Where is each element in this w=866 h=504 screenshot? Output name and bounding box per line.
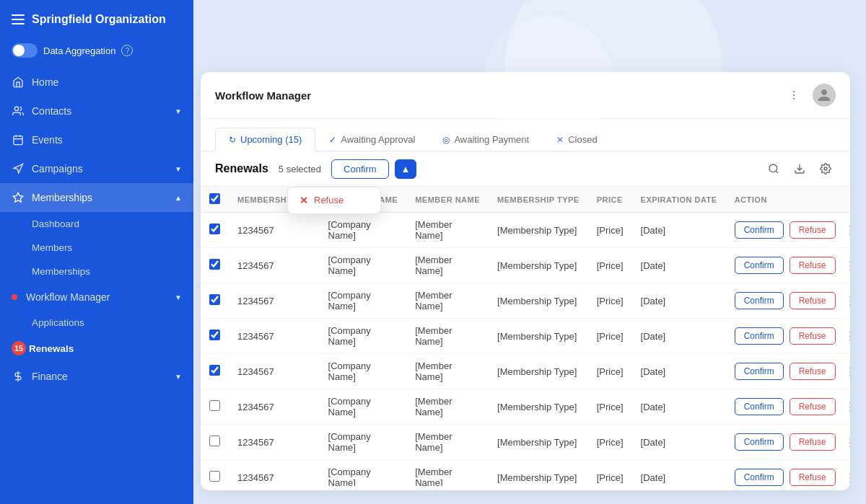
row-more-button[interactable]: ⋮ [841,257,850,274]
row-refuse-button[interactable]: Refuse [790,327,836,345]
payment-icon: ◎ [442,135,450,145]
svg-point-10 [769,164,777,172]
cell-action: Confirm Refuse ⋮ [726,460,850,487]
more-options-btn[interactable] [784,85,804,105]
cell-company: [Company Name] [320,213,407,248]
data-aggregation-toggle[interactable] [12,43,38,58]
cell-type: [Membership Type] [489,319,588,354]
cell-action: Confirm Refuse ⋮ [726,389,850,425]
campaigns-arrow: ▼ [175,165,182,173]
row-refuse-button[interactable]: Refuse [790,363,836,380]
row-refuse-button[interactable]: Refuse [790,257,836,274]
row-confirm-button[interactable]: Confirm [735,363,784,380]
tabs-bar: ↻ Upcoming (15) ✓ Awaiting Approval ◎ Aw… [201,119,850,151]
row-confirm-button[interactable]: Confirm [735,398,784,415]
tab-awaiting-approval[interactable]: ✓ Awaiting Approval [315,128,429,151]
hamburger-icon[interactable] [12,14,25,25]
row-checkbox-6[interactable] [209,436,220,446]
svg-point-7 [793,91,795,92]
sidebar-item-contacts[interactable]: Contacts ▼ [0,97,193,125]
row-more-button[interactable]: ⋮ [841,293,850,309]
cell-price: [Price] [588,425,632,460]
row-checkbox-0[interactable] [209,224,220,234]
row-more-button[interactable]: ⋮ [841,399,850,415]
row-checkbox-7[interactable] [209,471,220,482]
row-more-button[interactable]: ⋮ [841,434,850,451]
dashboard-label: Dashboard [32,218,79,229]
row-more-button[interactable]: ⋮ [841,328,850,345]
tab-closed[interactable]: ✕ Closed [543,128,611,151]
memberships-arrow: ▲ [175,194,182,202]
refuse-label: Refuse [314,195,344,205]
cell-membership-id: 1234567 [229,389,320,425]
approval-icon: ✓ [329,135,336,145]
settings-button[interactable] [815,159,836,179]
row-confirm-button[interactable]: Confirm [735,221,784,239]
cell-expiration: [Date] [632,354,726,389]
bulk-confirm-button[interactable]: Confirm [331,159,389,179]
row-confirm-button[interactable]: Confirm [735,327,784,345]
sidebar-item-finance[interactable]: Finance ▼ [0,362,193,391]
cell-type: [Membership Type] [489,213,588,248]
tab-awaiting-payment[interactable]: ◎ Awaiting Payment [429,128,543,151]
row-refuse-button[interactable]: Refuse [790,221,836,239]
row-confirm-button[interactable]: Confirm [735,292,784,309]
sidebar-sub-item-memberships[interactable]: Memberships [0,260,193,283]
dropdown-refuse-item[interactable]: ✕ Refuse [288,187,380,213]
cell-price: [Price] [588,319,632,354]
finance-arrow: ▼ [175,373,182,381]
row-checkbox-5[interactable] [209,400,220,411]
row-checkbox-4[interactable] [209,365,220,376]
cell-expiration: [Date] [632,283,726,319]
sidebar-item-campaigns[interactable]: Campaigns ▼ [0,154,193,183]
row-refuse-button[interactable]: Refuse [790,292,836,309]
data-aggregation-label: Data Aggregation [43,45,115,56]
row-more-button[interactable]: ⋮ [841,363,850,380]
sidebar-header[interactable]: Springfield Organization [0,0,193,39]
row-refuse-button[interactable]: Refuse [790,469,836,486]
sidebar-item-home[interactable]: Home [0,68,193,97]
cell-action: Confirm Refuse ⋮ [726,425,850,460]
table-row: 1234567 [Company Name] [Member Name] [Me… [201,460,850,487]
sidebar-sub-item-members[interactable]: Members [0,236,193,260]
svg-marker-5 [14,164,23,173]
row-checkbox-1[interactable] [209,259,220,270]
renewals-label: Renewals [29,343,74,354]
table-row: 1234567 [Company Name] [Member Name] [Me… [201,354,850,389]
row-checkbox-cell [201,460,229,487]
sidebar-item-renewals[interactable]: 15 Renewals [0,335,193,362]
cell-member: [Member Name] [406,283,489,319]
cell-price: [Price] [588,354,632,389]
row-refuse-button[interactable]: Refuse [790,398,836,415]
row-more-button[interactable]: ⋮ [841,469,850,486]
row-checkbox-2[interactable] [209,294,220,305]
row-confirm-button[interactable]: Confirm [735,433,784,451]
row-checkbox-3[interactable] [209,330,220,340]
help-icon[interactable]: ? [121,45,133,56]
sidebar-sub-item-dashboard[interactable]: Dashboard [0,212,193,236]
row-checkbox-cell [201,283,229,319]
sidebar-sub-item-applications[interactable]: Applications [0,311,193,335]
sidebar-item-workflow[interactable]: Workflow Manager ▼ [0,283,193,311]
user-avatar[interactable] [813,84,836,107]
search-button[interactable] [764,159,784,179]
campaigns-label: Campaigns [32,163,83,174]
col-member: MEMBER NAME [406,187,489,213]
cell-type: [Membership Type] [489,425,588,460]
tab-upcoming[interactable]: ↻ Upcoming (15) [215,128,315,151]
row-more-button[interactable]: ⋮ [841,222,850,239]
confirm-dropdown-button[interactable]: ▲ [395,159,417,179]
cell-member: [Member Name] [406,425,489,460]
sidebar-item-memberships[interactable]: Memberships ▲ [0,183,193,212]
sidebar-item-events[interactable]: Events [0,125,193,154]
cell-action: Confirm Refuse ⋮ [726,319,850,354]
cell-type: [Membership Type] [489,354,588,389]
memberships-icon [12,191,25,204]
cell-member: [Member Name] [406,460,489,487]
upcoming-icon: ↻ [229,135,236,145]
row-refuse-button[interactable]: Refuse [790,433,836,451]
select-all-checkbox[interactable] [209,193,220,204]
download-button[interactable] [790,159,810,179]
row-confirm-button[interactable]: Confirm [735,257,784,274]
row-confirm-button[interactable]: Confirm [735,469,784,486]
